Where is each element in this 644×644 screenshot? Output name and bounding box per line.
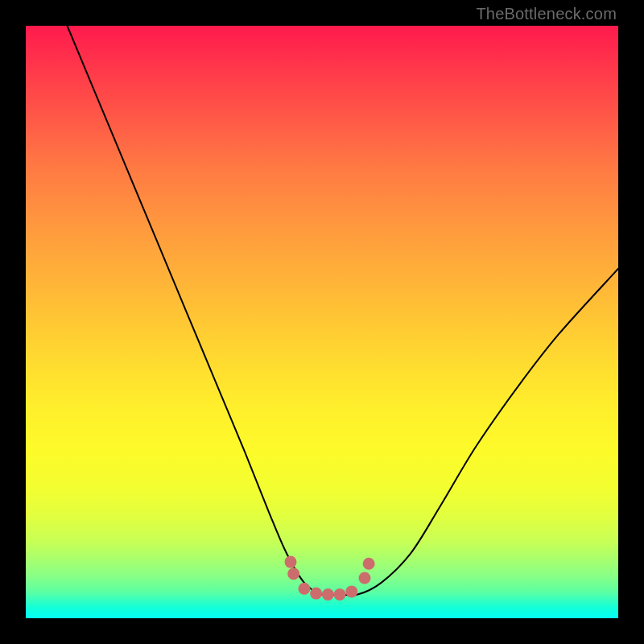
highlight-dot	[298, 583, 310, 595]
highlight-dot	[358, 572, 370, 584]
watermark-text: TheBottleneck.com	[476, 5, 617, 23]
highlight-dot	[310, 588, 322, 600]
curve-layer	[26, 26, 618, 618]
highlight-dot	[334, 588, 346, 601]
bottleneck-curve	[68, 26, 618, 596]
highlight-dot	[345, 585, 357, 597]
highlight-dot	[287, 568, 299, 580]
plot-area	[26, 26, 618, 618]
highlight-dot	[363, 558, 375, 570]
highlight-dot	[322, 588, 334, 601]
highlight-dot	[284, 556, 296, 568]
chart-frame: TheBottleneck.com	[0, 0, 644, 644]
